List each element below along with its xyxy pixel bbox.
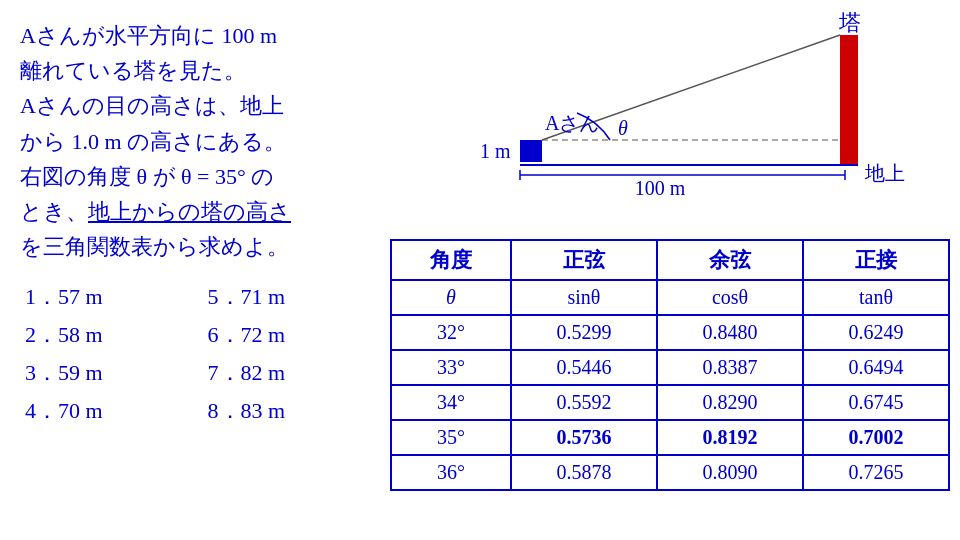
choice-6: 6．72 m bbox=[208, 320, 361, 350]
table-cell-sin: 0.5592 bbox=[511, 385, 657, 420]
underline-text: 地上からの塔の高さ bbox=[88, 199, 291, 224]
table-row: 34°0.55920.82900.6745 bbox=[391, 385, 949, 420]
table-cell-tan: 0.6249 bbox=[803, 315, 949, 350]
choice-5: 5．71 m bbox=[208, 282, 361, 312]
diagram-area: 塔 θ Aさん 1 m bbox=[390, 10, 950, 234]
choice-3: 3．59 m bbox=[25, 358, 178, 388]
distance-label: 100 m bbox=[635, 177, 686, 199]
choice-8: 8．83 m bbox=[208, 396, 361, 426]
table-row: 32°0.52990.84800.6249 bbox=[391, 315, 949, 350]
table-cell-sin: 0.5446 bbox=[511, 350, 657, 385]
table-row: 36°0.58780.80900.7265 bbox=[391, 455, 949, 490]
table-cell-tan: 0.7265 bbox=[803, 455, 949, 490]
table-cell-cos: 0.8387 bbox=[657, 350, 803, 385]
table-cell-angle: 32° bbox=[391, 315, 511, 350]
problem-line4: から 1.0 m の高さにある。 bbox=[20, 124, 360, 159]
table-cell-angle: 33° bbox=[391, 350, 511, 385]
angle-label: θ bbox=[618, 117, 628, 139]
problem-line7: を三角関数表から求めよ。 bbox=[20, 229, 360, 264]
person-box bbox=[520, 140, 542, 162]
problem-line5: 右図の角度 θ が θ = 35° の bbox=[20, 159, 360, 194]
right-panel: 塔 θ Aさん 1 m bbox=[380, 0, 960, 540]
col-header-sin: 正弦 bbox=[511, 240, 657, 280]
table-cell-tan: 0.6745 bbox=[803, 385, 949, 420]
problem-text: Aさんが水平方向に 100 m 離れている塔を見た。 Aさんの目の高さは、地上 … bbox=[20, 18, 360, 264]
col-header-cos: 余弦 bbox=[657, 240, 803, 280]
col-header-angle: 角度 bbox=[391, 240, 511, 280]
col-sub-cos: cosθ bbox=[657, 280, 803, 315]
col-sub-angle: θ bbox=[391, 280, 511, 315]
table-cell-tan: 0.7002 bbox=[803, 420, 949, 455]
problem-line3: Aさんの目の高さは、地上 bbox=[20, 88, 360, 123]
col-sub-sin: sinθ bbox=[511, 280, 657, 315]
table-cell-angle: 35° bbox=[391, 420, 511, 455]
choice-7: 7．82 m bbox=[208, 358, 361, 388]
table-cell-angle: 36° bbox=[391, 455, 511, 490]
col-header-tan: 正接 bbox=[803, 240, 949, 280]
table-cell-cos: 0.8192 bbox=[657, 420, 803, 455]
table-cell-sin: 0.5736 bbox=[511, 420, 657, 455]
problem-line2: 離れている塔を見た。 bbox=[20, 53, 360, 88]
choice-4: 4．70 m bbox=[25, 396, 178, 426]
table-cell-cos: 0.8290 bbox=[657, 385, 803, 420]
choice-2: 2．58 m bbox=[25, 320, 178, 350]
height-label: 1 m bbox=[480, 140, 511, 162]
table-cell-cos: 0.8090 bbox=[657, 455, 803, 490]
table-cell-angle: 34° bbox=[391, 385, 511, 420]
choices-grid: 1．57 m 5．71 m 2．58 m 6．72 m 3．59 m 7．82 … bbox=[20, 282, 360, 426]
col-sub-tan: tanθ bbox=[803, 280, 949, 315]
table-cell-cos: 0.8480 bbox=[657, 315, 803, 350]
tower-rect bbox=[840, 35, 858, 165]
left-panel: Aさんが水平方向に 100 m 離れている塔を見た。 Aさんの目の高さは、地上 … bbox=[0, 0, 380, 540]
trig-table-area: 角度 正弦 余弦 正接 θ sinθ cosθ tanθ 32°0.52990.… bbox=[390, 239, 950, 491]
person-label: Aさん bbox=[545, 112, 599, 134]
table-row: 33°0.54460.83870.6494 bbox=[391, 350, 949, 385]
tower-top-label: 塔 bbox=[838, 10, 861, 35]
problem-line6: とき、地上からの塔の高さ bbox=[20, 194, 360, 229]
trig-table: 角度 正弦 余弦 正接 θ sinθ cosθ tanθ 32°0.52990.… bbox=[390, 239, 950, 491]
table-cell-tan: 0.6494 bbox=[803, 350, 949, 385]
choice-1: 1．57 m bbox=[25, 282, 178, 312]
table-cell-sin: 0.5878 bbox=[511, 455, 657, 490]
table-row: 35°0.57360.81920.7002 bbox=[391, 420, 949, 455]
ground-label: 地上 bbox=[864, 162, 905, 184]
table-cell-sin: 0.5299 bbox=[511, 315, 657, 350]
problem-line1: Aさんが水平方向に 100 m bbox=[20, 18, 360, 53]
